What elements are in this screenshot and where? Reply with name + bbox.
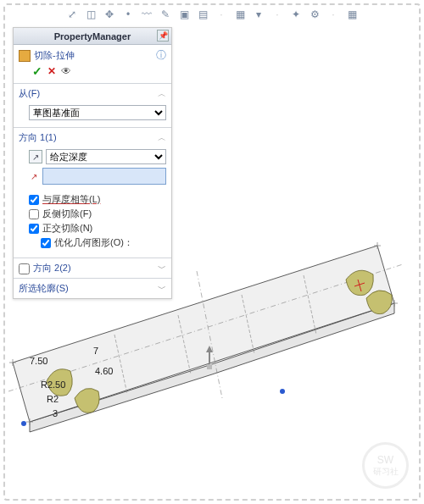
section-contours-header[interactable]: 所选轮廓(S) ﹀ xyxy=(14,279,171,298)
pin-icon[interactable]: 📌 xyxy=(157,30,169,42)
tb-cube1-icon[interactable]: ▣ xyxy=(178,8,191,21)
panel-header: PropertyManager 📌 xyxy=(14,28,171,45)
action-row: ✓ ✕ 👁 xyxy=(14,64,171,83)
dim-4-60: 4.60 xyxy=(95,366,113,376)
watermark: SW 研习社 xyxy=(362,442,409,489)
tb-point-icon[interactable]: • xyxy=(122,8,135,21)
tb-cube2-icon[interactable]: ▤ xyxy=(197,8,209,21)
dim-3: 3 xyxy=(53,408,58,418)
section-dir1-header[interactable]: 方向 1(1) ︿ xyxy=(14,128,171,147)
help-icon[interactable]: ⓘ xyxy=(156,48,166,63)
dim-7-50: 7.50 xyxy=(30,356,47,366)
dim-7: 7 xyxy=(93,346,98,356)
tb-sep: · xyxy=(327,8,340,21)
feature-row: 切除-拉伸 ⓘ xyxy=(14,45,171,64)
link-thickness-checkbox[interactable]: 与厚度相等(L) xyxy=(29,193,166,206)
from-combo[interactable]: 草图基准面 xyxy=(29,105,166,120)
tb-compass-icon[interactable]: ✦ xyxy=(290,8,303,21)
dim-r2: R2 xyxy=(47,394,59,404)
tb-edit-icon[interactable]: ✎ xyxy=(159,8,172,21)
chevron-up-icon: ︿ xyxy=(158,88,166,100)
normal-cut-checkbox[interactable]: 正交切除(N) xyxy=(29,222,166,235)
tb-grid-icon[interactable]: ▦ xyxy=(346,8,359,21)
section-dir1: 方向 1(1) ︿ ↗ 给定深度 ↗ 与厚度相等(L) 反侧切除(F) 正 xyxy=(14,127,171,258)
optimize-geom-checkbox[interactable]: 优化几何图形(O)： xyxy=(41,236,166,249)
ok-button[interactable]: ✓ xyxy=(32,64,42,78)
chevron-down-icon: ﹀ xyxy=(158,283,166,295)
view-toolbar: ⤢ ◫ ✥ • 〰 ✎ ▣ ▤ · ▦ ▾ · ✦ ⚙ · ▦ xyxy=(0,5,424,24)
tb-curve-icon[interactable]: 〰 xyxy=(141,8,153,21)
svg-rect-10 xyxy=(207,364,212,369)
end-condition-combo[interactable]: 给定深度 xyxy=(46,149,166,164)
tb-arrow-icon[interactable]: ▾ xyxy=(253,8,265,21)
direction-arrow-icon[interactable]: ↗ xyxy=(29,169,39,183)
section-contours: 所选轮廓(S) ﹀ xyxy=(14,278,171,298)
tb-axis-icon[interactable]: ⤢ xyxy=(66,8,79,21)
flip-side-checkbox[interactable]: 反侧切除(F) xyxy=(29,208,166,220)
reverse-dir-icon[interactable]: ↗ xyxy=(29,150,42,163)
depth-input[interactable] xyxy=(42,168,166,185)
panel-title: PropertyManager xyxy=(54,31,131,42)
cancel-button[interactable]: ✕ xyxy=(47,65,56,77)
section-dir2: 方向 2(2) ﹀ xyxy=(14,258,171,278)
preview-icon[interactable]: 👁 xyxy=(61,65,71,77)
chevron-down-icon: ﹀ xyxy=(158,263,166,274)
feature-name: 切除-拉伸 xyxy=(34,49,75,62)
section-dir2-header[interactable]: 方向 2(2) ﹀ xyxy=(14,258,171,278)
section-from-header[interactable]: 从(F) ︿ xyxy=(14,84,171,103)
dim-r2-50: R2.50 xyxy=(41,379,65,390)
dir2-enable-checkbox[interactable] xyxy=(19,263,30,274)
tb-sep: · xyxy=(271,8,284,21)
cut-extrude-icon xyxy=(19,50,31,62)
svg-point-11 xyxy=(280,389,285,394)
tb-measure-icon[interactable]: ⚙ xyxy=(309,8,321,21)
tb-plane-icon[interactable]: ◫ xyxy=(85,8,98,21)
tb-coord-icon[interactable]: ✥ xyxy=(103,8,116,21)
property-manager-panel: PropertyManager 📌 切除-拉伸 ⓘ ✓ ✕ 👁 从(F) ︿ 草… xyxy=(13,27,172,299)
chevron-up-icon: ︿ xyxy=(158,132,166,144)
tb-sep: · xyxy=(215,8,228,21)
section-from: 从(F) ︿ 草图基准面 xyxy=(14,83,171,127)
tb-cube3-icon[interactable]: ▦ xyxy=(234,8,247,21)
svg-point-13 xyxy=(21,421,26,426)
